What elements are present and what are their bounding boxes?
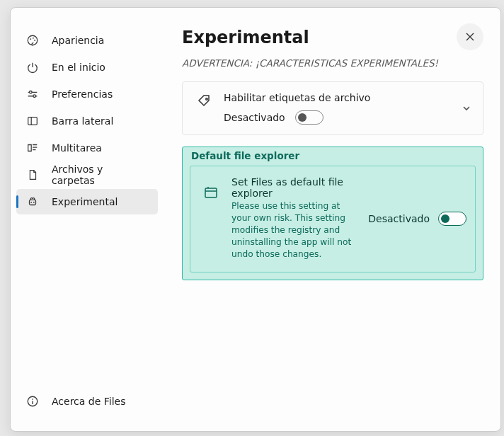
default-explorer-title: Set Files as default file explorer: [231, 176, 357, 199]
chevron-down-icon[interactable]: [462, 103, 471, 113]
power-icon: [26, 61, 39, 74]
default-explorer-desc: Please use this setting at your own risk…: [231, 200, 357, 260]
tag-icon: [195, 92, 214, 109]
file-tags-title: Habilitar etiquetas de archivo: [224, 92, 471, 103]
svg-rect-7: [30, 200, 36, 205]
svg-point-5: [33, 95, 36, 98]
settings-dialog: Apariencia En el inicio Preferencias Bar…: [10, 7, 501, 432]
sidebar: Apariencia En el inicio Preferencias Bar…: [11, 8, 164, 431]
sidebar-item-startup[interactable]: En el inicio: [16, 54, 158, 80]
sidebar-item-experimental[interactable]: Experimental: [16, 189, 158, 214]
svg-point-1: [30, 38, 31, 40]
default-explorer-card[interactable]: Set Files as default file explorer Pleas…: [190, 166, 476, 272]
sidebar-item-multitasking[interactable]: Multitarea: [16, 135, 158, 161]
svg-point-11: [32, 398, 33, 400]
sidebar-item-label: Experimental: [52, 196, 118, 207]
sidebar-icon: [26, 115, 39, 127]
svg-point-4: [30, 91, 33, 94]
close-button[interactable]: [457, 23, 483, 50]
sidebar-item-label: Multitarea: [52, 142, 102, 154]
sidebar-item-appearance[interactable]: Apariencia: [16, 28, 158, 53]
svg-point-12: [206, 98, 208, 101]
svg-point-2: [33, 38, 34, 39]
sidebar-item-label: Acerca de Files: [52, 396, 126, 407]
svg-rect-13: [205, 188, 217, 197]
content-pane: Experimental ADVERTENCIA: ¡CARACTERISTIC…: [164, 8, 500, 431]
default-explorer-state-label: Desactivado: [368, 213, 430, 224]
sidebar-nav: Apariencia En el inicio Preferencias Bar…: [16, 28, 158, 414]
sidebar-item-label: Apariencia: [52, 35, 104, 46]
svg-point-3: [34, 40, 35, 41]
sidebar-item-about[interactable]: Acerca de Files: [16, 389, 158, 414]
warning-text: ADVERTENCIA: ¡CARACTERISTICAS EXPERIMENT…: [182, 57, 483, 69]
palette-icon: [26, 34, 39, 47]
svg-rect-6: [28, 117, 38, 125]
file-icon: [26, 168, 39, 181]
sliders-icon: [26, 88, 39, 101]
multitask-icon: [26, 142, 39, 154]
close-icon: [465, 32, 475, 42]
sidebar-item-label: En el inicio: [52, 62, 105, 73]
robot-icon: [26, 195, 39, 208]
sidebar-item-label: Barra lateral: [52, 115, 113, 127]
info-icon: [26, 395, 39, 408]
sidebar-item-preferences[interactable]: Preferencias: [16, 81, 158, 107]
default-explorer-section: Default file explorer Set Files as defau…: [182, 147, 483, 280]
sidebar-item-sidebar[interactable]: Barra lateral: [16, 108, 158, 134]
file-tags-state-label: Desactivado: [224, 112, 285, 123]
page-title: Experimental: [182, 28, 309, 47]
explorer-icon: [202, 176, 220, 200]
svg-point-9: [33, 202, 35, 203]
sidebar-item-label: Archivos y carpetas: [52, 164, 145, 186]
sidebar-item-files-folders[interactable]: Archivos y carpetas: [16, 162, 158, 188]
default-explorer-heading: Default file explorer: [183, 147, 483, 161]
file-tags-card[interactable]: Habilitar etiquetas de archivo Desactiva…: [182, 81, 483, 135]
content-header: Experimental: [182, 28, 483, 50]
default-explorer-toggle[interactable]: [438, 212, 466, 226]
file-tags-toggle[interactable]: [295, 110, 323, 125]
svg-point-8: [30, 202, 32, 203]
sidebar-item-label: Preferencias: [52, 88, 113, 100]
